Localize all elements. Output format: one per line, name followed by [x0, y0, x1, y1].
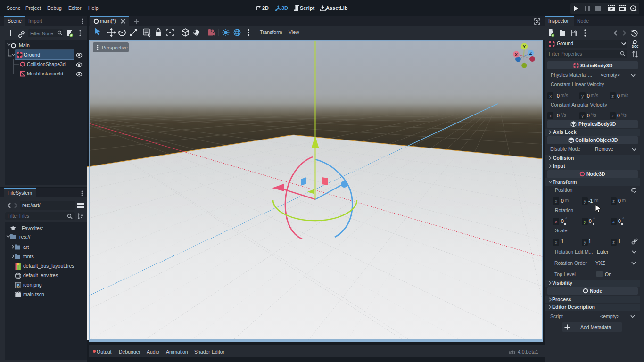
svg-text:Z: Z: [529, 50, 532, 56]
svg-text:Y: Y: [523, 44, 526, 49]
svg-text:X: X: [515, 52, 518, 57]
svg-text:DOC: DOC: [632, 45, 639, 48]
